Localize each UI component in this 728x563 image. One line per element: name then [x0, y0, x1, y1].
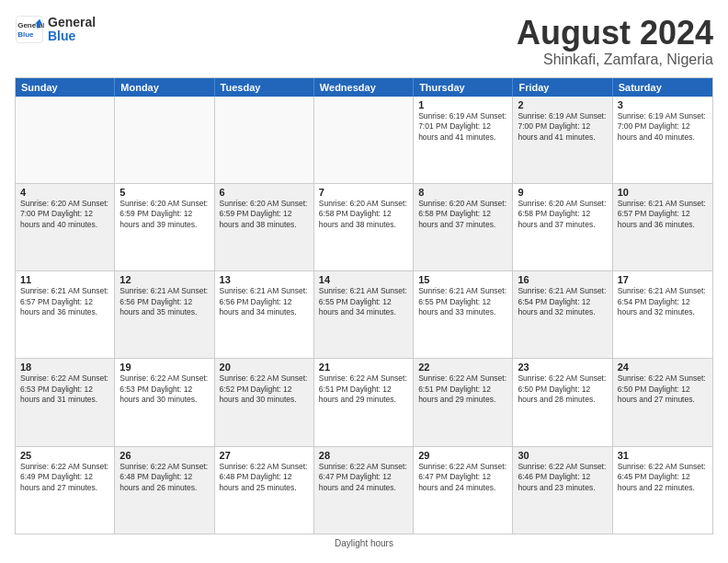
day-number: 22 [418, 362, 507, 373]
calendar-cell [16, 97, 115, 183]
day-info: Sunrise: 6:20 AM Sunset: 6:59 PM Dayligh… [220, 199, 309, 230]
day-number: 5 [119, 187, 209, 198]
day-number: 18 [20, 362, 109, 373]
calendar-cell: 29Sunrise: 6:22 AM Sunset: 6:47 PM Dayli… [414, 447, 513, 534]
day-number: 14 [319, 274, 408, 285]
day-info: Sunrise: 6:21 AM Sunset: 6:54 PM Dayligh… [518, 286, 607, 317]
day-number: 28 [319, 450, 408, 461]
calendar-body: 1Sunrise: 6:19 AM Sunset: 7:01 PM Daylig… [16, 97, 712, 534]
day-info: Sunrise: 6:21 AM Sunset: 6:57 PM Dayligh… [20, 286, 109, 317]
calendar-cell: 11Sunrise: 6:21 AM Sunset: 6:57 PM Dayli… [16, 271, 115, 358]
calendar-cell: 7Sunrise: 6:20 AM Sunset: 6:58 PM Daylig… [314, 184, 414, 270]
day-number: 11 [20, 274, 109, 285]
calendar-cell: 27Sunrise: 6:22 AM Sunset: 6:48 PM Dayli… [215, 447, 314, 534]
calendar-cell: 18Sunrise: 6:22 AM Sunset: 6:53 PM Dayli… [16, 359, 115, 445]
day-number: 29 [418, 450, 507, 461]
day-number: 3 [618, 99, 708, 110]
day-info: Sunrise: 6:19 AM Sunset: 7:01 PM Dayligh… [418, 111, 507, 143]
calendar-header: SundayMondayTuesdayWednesdayThursdayFrid… [16, 78, 712, 97]
day-info: Sunrise: 6:22 AM Sunset: 6:53 PM Dayligh… [119, 373, 209, 405]
calendar-cell: 20Sunrise: 6:22 AM Sunset: 6:52 PM Dayli… [215, 359, 314, 445]
header: General Blue General Blue August 2024 Sh… [15, 15, 713, 68]
calendar-cell: 4Sunrise: 6:20 AM Sunset: 7:00 PM Daylig… [16, 184, 115, 270]
calendar-cell: 1Sunrise: 6:19 AM Sunset: 7:01 PM Daylig… [414, 97, 513, 183]
calendar-cell: 10Sunrise: 6:21 AM Sunset: 6:57 PM Dayli… [613, 184, 712, 270]
day-number: 27 [220, 450, 309, 461]
day-info: Sunrise: 6:21 AM Sunset: 6:55 PM Dayligh… [319, 286, 408, 317]
day-info: Sunrise: 6:22 AM Sunset: 6:50 PM Dayligh… [618, 373, 708, 405]
calendar-cell: 5Sunrise: 6:20 AM Sunset: 6:59 PM Daylig… [115, 184, 214, 270]
day-number: 1 [418, 99, 507, 110]
calendar-row-0: 1Sunrise: 6:19 AM Sunset: 7:01 PM Daylig… [16, 97, 712, 183]
header-day-thursday: Thursday [414, 78, 513, 97]
day-number: 10 [618, 187, 708, 198]
day-info: Sunrise: 6:22 AM Sunset: 6:53 PM Dayligh… [20, 373, 109, 405]
logo: General Blue General Blue [15, 15, 96, 44]
day-info: Sunrise: 6:22 AM Sunset: 6:52 PM Dayligh… [220, 373, 309, 405]
calendar-row-4: 25Sunrise: 6:22 AM Sunset: 6:49 PM Dayli… [16, 446, 712, 534]
day-info: Sunrise: 6:20 AM Sunset: 6:58 PM Dayligh… [518, 199, 607, 230]
day-info: Sunrise: 6:22 AM Sunset: 6:51 PM Dayligh… [418, 373, 507, 405]
day-number: 16 [518, 274, 607, 285]
day-info: Sunrise: 6:20 AM Sunset: 7:00 PM Dayligh… [20, 199, 109, 230]
day-info: Sunrise: 6:22 AM Sunset: 6:50 PM Dayligh… [518, 373, 607, 405]
day-number: 8 [418, 187, 507, 198]
header-day-sunday: Sunday [16, 78, 115, 97]
day-number: 30 [518, 450, 607, 461]
calendar-cell: 14Sunrise: 6:21 AM Sunset: 6:55 PM Dayli… [314, 271, 414, 358]
day-info: Sunrise: 6:21 AM Sunset: 6:56 PM Dayligh… [220, 286, 309, 317]
calendar: SundayMondayTuesdayWednesdayThursdayFrid… [15, 77, 713, 534]
calendar-cell: 23Sunrise: 6:22 AM Sunset: 6:50 PM Dayli… [513, 359, 612, 445]
calendar-cell [115, 97, 214, 183]
calendar-cell: 24Sunrise: 6:22 AM Sunset: 6:50 PM Dayli… [613, 359, 712, 445]
day-number: 13 [220, 274, 309, 285]
logo-icon: General Blue [15, 15, 44, 44]
day-info: Sunrise: 6:22 AM Sunset: 6:49 PM Dayligh… [20, 462, 109, 493]
day-number: 12 [119, 274, 209, 285]
calendar-row-2: 11Sunrise: 6:21 AM Sunset: 6:57 PM Dayli… [16, 270, 712, 358]
header-day-wednesday: Wednesday [314, 78, 414, 97]
svg-text:Blue: Blue [17, 30, 34, 39]
calendar-cell: 13Sunrise: 6:21 AM Sunset: 6:56 PM Dayli… [215, 271, 314, 358]
day-number: 17 [618, 274, 708, 285]
calendar-cell: 31Sunrise: 6:22 AM Sunset: 6:45 PM Dayli… [613, 447, 712, 534]
calendar-cell: 9Sunrise: 6:20 AM Sunset: 6:58 PM Daylig… [513, 184, 612, 270]
day-number: 6 [220, 187, 309, 198]
day-number: 4 [20, 187, 109, 198]
calendar-row-3: 18Sunrise: 6:22 AM Sunset: 6:53 PM Dayli… [16, 358, 712, 445]
day-number: 31 [618, 450, 708, 461]
logo-line2: Blue [48, 29, 96, 43]
calendar-row-1: 4Sunrise: 6:20 AM Sunset: 7:00 PM Daylig… [16, 183, 712, 270]
day-info: Sunrise: 6:22 AM Sunset: 6:51 PM Dayligh… [319, 373, 408, 405]
page: General Blue General Blue August 2024 Sh… [0, 0, 728, 563]
day-info: Sunrise: 6:19 AM Sunset: 7:00 PM Dayligh… [618, 111, 708, 143]
day-info: Sunrise: 6:20 AM Sunset: 6:59 PM Dayligh… [119, 199, 209, 230]
day-number: 26 [119, 450, 209, 461]
footer-note: Daylight hours [15, 538, 713, 548]
header-day-friday: Friday [513, 78, 612, 97]
calendar-cell: 16Sunrise: 6:21 AM Sunset: 6:54 PM Dayli… [513, 271, 612, 358]
calendar-cell [314, 97, 414, 183]
logo-line1: General [48, 16, 96, 29]
day-info: Sunrise: 6:22 AM Sunset: 6:47 PM Dayligh… [418, 462, 507, 493]
calendar-cell: 12Sunrise: 6:21 AM Sunset: 6:56 PM Dayli… [115, 271, 214, 358]
day-info: Sunrise: 6:22 AM Sunset: 6:47 PM Dayligh… [319, 462, 408, 493]
day-number: 19 [119, 362, 209, 373]
day-number: 25 [20, 450, 109, 461]
calendar-cell: 22Sunrise: 6:22 AM Sunset: 6:51 PM Dayli… [414, 359, 513, 445]
calendar-cell: 8Sunrise: 6:20 AM Sunset: 6:58 PM Daylig… [414, 184, 513, 270]
calendar-cell: 15Sunrise: 6:21 AM Sunset: 6:55 PM Dayli… [414, 271, 513, 358]
day-info: Sunrise: 6:21 AM Sunset: 6:56 PM Dayligh… [119, 286, 209, 317]
calendar-cell: 30Sunrise: 6:22 AM Sunset: 6:46 PM Dayli… [513, 447, 612, 534]
day-info: Sunrise: 6:22 AM Sunset: 6:45 PM Dayligh… [618, 462, 708, 493]
day-info: Sunrise: 6:21 AM Sunset: 6:55 PM Dayligh… [418, 286, 507, 317]
day-number: 24 [618, 362, 708, 373]
day-number: 7 [319, 187, 408, 198]
day-number: 15 [418, 274, 507, 285]
day-number: 9 [518, 187, 607, 198]
calendar-cell: 17Sunrise: 6:21 AM Sunset: 6:54 PM Dayli… [613, 271, 712, 358]
header-day-monday: Monday [115, 78, 214, 97]
day-info: Sunrise: 6:20 AM Sunset: 6:58 PM Dayligh… [418, 199, 507, 230]
calendar-cell [215, 97, 314, 183]
calendar-cell: 2Sunrise: 6:19 AM Sunset: 7:00 PM Daylig… [513, 97, 612, 183]
